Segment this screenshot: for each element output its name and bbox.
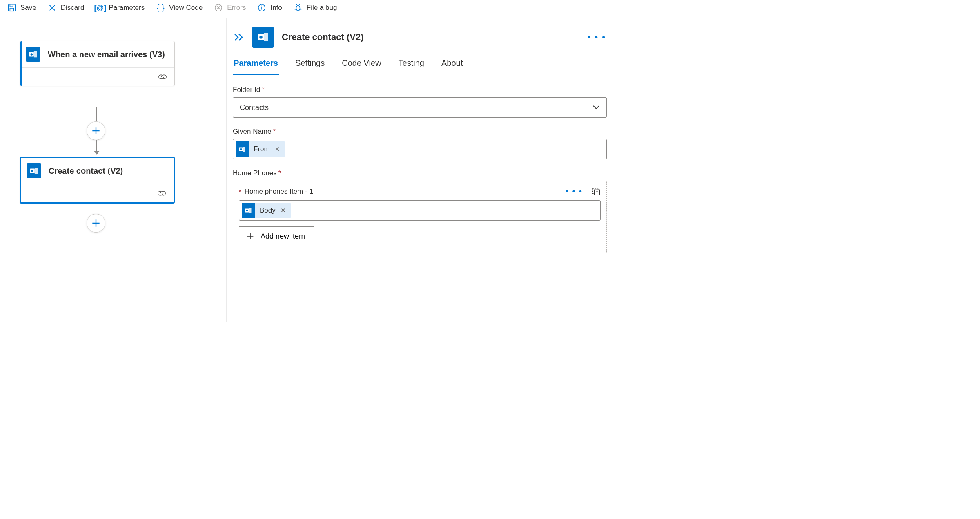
tab-about[interactable]: About bbox=[441, 55, 463, 75]
folder-id-select[interactable]: Contacts bbox=[233, 97, 607, 118]
discard-label: Discard bbox=[61, 4, 85, 12]
svg-text:T: T bbox=[596, 190, 598, 195]
main-area: When a new email arrives (V3) bbox=[0, 18, 612, 322]
given-name-input[interactable]: From ✕ bbox=[233, 139, 607, 159]
trigger-node-footer bbox=[20, 68, 174, 86]
flow-connector-line bbox=[96, 140, 97, 151]
dynamic-token-body[interactable]: Body ✕ bbox=[242, 203, 291, 218]
array-item-label: Home phones Item - 1 bbox=[245, 188, 313, 196]
field-folder-id: Folder Id* Contacts bbox=[233, 86, 607, 118]
tab-settings[interactable]: Settings bbox=[294, 55, 325, 75]
connection-link-icon[interactable] bbox=[158, 74, 167, 80]
field-given-name: Given Name* From ✕ bbox=[233, 128, 607, 159]
tab-code-view[interactable]: Code View bbox=[341, 55, 382, 75]
array-item-more-button[interactable]: • • • bbox=[566, 187, 583, 196]
parameters-label: Parameters bbox=[109, 4, 145, 12]
add-step-button[interactable] bbox=[87, 121, 105, 140]
outlook-icon bbox=[242, 203, 255, 218]
svg-rect-1 bbox=[10, 8, 13, 11]
field-label: Folder Id* bbox=[233, 86, 607, 94]
required-asterisk: * bbox=[273, 128, 276, 135]
action-node-title: Create contact (V2) bbox=[49, 166, 123, 177]
svg-rect-10 bbox=[35, 168, 38, 174]
svg-point-8 bbox=[31, 53, 33, 56]
view-code-button[interactable]: { } View Code bbox=[156, 3, 203, 12]
chevron-down-icon bbox=[592, 105, 600, 110]
add-step-button[interactable] bbox=[87, 214, 105, 233]
save-label: Save bbox=[20, 4, 36, 12]
save-button[interactable]: Save bbox=[7, 3, 36, 12]
at-bracket-icon: [@] bbox=[96, 3, 105, 12]
field-home-phones: Home Phones* * Home phones Item - 1 • • … bbox=[233, 169, 607, 253]
details-panel: Create contact (V2) • • • Parameters Set… bbox=[227, 18, 612, 322]
action-node-footer bbox=[21, 184, 174, 202]
file-bug-label: File a bug bbox=[307, 4, 337, 12]
outlook-icon bbox=[26, 47, 40, 62]
errors-label: Errors bbox=[227, 4, 246, 12]
switch-to-text-mode-icon[interactable]: T bbox=[592, 187, 601, 196]
trigger-node-header[interactable]: When a new email arrives (V3) bbox=[20, 41, 174, 68]
flow-arrowhead-icon bbox=[94, 151, 100, 155]
svg-point-11 bbox=[31, 170, 34, 172]
svg-point-23 bbox=[246, 210, 248, 212]
token-label: From bbox=[254, 145, 270, 153]
home-phones-item-input[interactable]: Body ✕ bbox=[239, 200, 601, 221]
required-asterisk: * bbox=[239, 188, 241, 195]
parameters-button[interactable]: [@] Parameters bbox=[96, 3, 145, 12]
outlook-icon bbox=[27, 163, 41, 178]
trigger-node[interactable]: When a new email arrives (V3) bbox=[20, 41, 175, 86]
designer-canvas[interactable]: When a new email arrives (V3) bbox=[0, 18, 227, 322]
field-label: Home Phones* bbox=[233, 169, 607, 177]
panel-tabs: Parameters Settings Code View Testing Ab… bbox=[233, 55, 607, 75]
outlook-icon bbox=[236, 141, 249, 157]
svg-rect-13 bbox=[264, 33, 268, 41]
flow-connector-line bbox=[96, 107, 97, 121]
array-item-header: * Home phones Item - 1 • • • T bbox=[239, 187, 601, 196]
remove-token-button[interactable]: ✕ bbox=[281, 207, 286, 214]
plus-icon bbox=[246, 232, 255, 241]
token-label: Body bbox=[260, 206, 276, 215]
tab-parameters[interactable]: Parameters bbox=[233, 55, 279, 75]
toolbar: Save Discard [@] Parameters { } View Cod… bbox=[0, 0, 612, 18]
svg-point-4 bbox=[262, 6, 263, 7]
collapse-panel-button[interactable] bbox=[234, 33, 244, 42]
add-new-item-button[interactable]: Add new item bbox=[239, 226, 314, 246]
trigger-indicator-bar bbox=[20, 41, 22, 86]
panel-header: Create contact (V2) • • • bbox=[233, 23, 607, 55]
remove-token-button[interactable]: ✕ bbox=[275, 145, 280, 153]
save-icon bbox=[7, 3, 16, 12]
info-label: Info bbox=[270, 4, 282, 12]
outlook-icon bbox=[252, 27, 274, 48]
bug-icon bbox=[294, 3, 303, 12]
info-icon bbox=[257, 3, 266, 12]
svg-point-17 bbox=[240, 148, 242, 150]
required-asterisk: * bbox=[262, 86, 265, 94]
tab-testing[interactable]: Testing bbox=[398, 55, 425, 75]
svg-point-14 bbox=[259, 36, 263, 39]
svg-rect-22 bbox=[249, 208, 252, 213]
action-node-header[interactable]: Create contact (V2) bbox=[21, 158, 174, 184]
braces-icon: { } bbox=[156, 3, 165, 12]
panel-more-menu-button[interactable]: • • • bbox=[588, 32, 606, 43]
action-node-create-contact[interactable]: Create contact (V2) bbox=[20, 157, 175, 204]
folder-id-value: Contacts bbox=[240, 103, 269, 112]
connection-link-icon[interactable] bbox=[157, 190, 166, 197]
svg-rect-0 bbox=[9, 4, 16, 11]
dynamic-token-from[interactable]: From ✕ bbox=[236, 141, 285, 157]
trigger-node-title: When a new email arrives (V3) bbox=[48, 49, 165, 60]
svg-rect-16 bbox=[243, 147, 245, 152]
view-code-label: View Code bbox=[169, 4, 203, 12]
error-circle-icon bbox=[214, 3, 223, 12]
svg-rect-7 bbox=[34, 51, 37, 58]
panel-title: Create contact (V2) bbox=[282, 32, 364, 43]
home-phones-array: * Home phones Item - 1 • • • T bbox=[233, 181, 607, 253]
required-asterisk: * bbox=[278, 169, 281, 177]
discard-button[interactable]: Discard bbox=[48, 3, 85, 12]
file-bug-button[interactable]: File a bug bbox=[294, 3, 337, 12]
add-item-label: Add new item bbox=[261, 232, 305, 241]
field-label: Given Name* bbox=[233, 128, 607, 136]
errors-button: Errors bbox=[214, 3, 246, 12]
info-button[interactable]: Info bbox=[257, 3, 282, 12]
close-icon bbox=[48, 3, 57, 12]
